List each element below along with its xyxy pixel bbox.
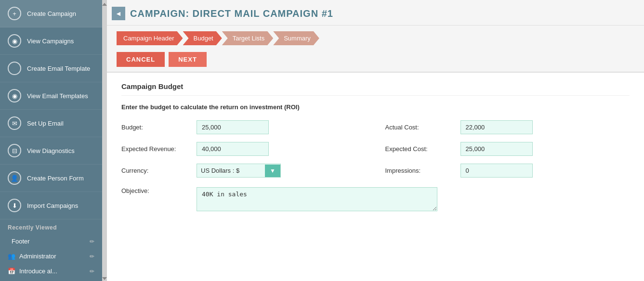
next-button[interactable]: NEXT [169,52,207,67]
recent-item-label-footer: Footer [12,238,30,245]
view-diagnostics-label: View Diagnostics [27,147,75,154]
step-budget-label[interactable]: Budget [183,31,222,45]
view-email-templates-icon: ◉ [8,89,21,102]
sidebar-item-view-email-templates[interactable]: ◉ View Email Templates [0,82,102,110]
main-header: ◄ CAMPAIGN: DIRECT MAIL CAMPAIGN #1 [107,0,644,26]
recent-item-left: 📅 Introduce al... [8,268,57,275]
sidebar-item-create-email-template[interactable]: Create Email Template [0,55,102,82]
page-title: CAMPAIGN: DIRECT MAIL CAMPAIGN #1 [130,8,333,19]
sidebar: + Create Campaign ◉ View Campaigns Creat… [0,0,102,281]
currency-row: Currency: US Dollars : $ ▼ [121,164,366,178]
roi-description: Enter the budget to calculate the return… [121,103,630,111]
expected-revenue-input[interactable] [197,142,269,156]
create-person-form-label: Create Person Form [27,175,84,182]
recent-item-label-administrator: Administrator [19,253,56,260]
wizard-step-summary[interactable]: Summary [273,31,319,45]
recent-item-introduce-al[interactable]: 📅 Introduce al... ✏ [0,264,102,279]
set-up-email-label: Set Up Email [27,120,64,127]
recent-item-edit-introduce-al[interactable]: ✏ [90,268,94,275]
impressions-label: Impressions: [385,167,453,174]
recent-item-left: 👥 Administrator [8,253,56,260]
sidebar-item-view-campaigns[interactable]: ◉ View Campaigns [0,27,102,55]
wizard-step-campaign-header[interactable]: Campaign Header [117,31,183,45]
recent-item-label-introduce-al: Introduce al... [19,268,57,275]
import-campaigns-label: Import Campaigns [27,202,78,209]
impressions-input[interactable] [460,164,533,178]
create-campaign-label: Create Campaign [27,10,76,17]
create-email-template-icon [8,62,21,75]
back-icon: ◄ [115,10,122,17]
section-title: Campaign Budget [121,82,630,96]
sidebar-item-view-diagnostics[interactable]: ⊟ View Diagnostics [0,137,102,165]
recently-viewed-label: Recently Viewed [0,219,102,234]
import-campaigns-icon: ⬇ [8,199,21,212]
sidebar-item-create-campaign[interactable]: + Create Campaign [0,0,102,27]
wizard-steps: Campaign Header Budget Target Lists Summ… [107,26,644,48]
objective-textarea[interactable]: 40K in sales [197,187,437,211]
recent-item-icon-introduce-al: 📅 [8,268,15,275]
sidebar-item-create-person-form[interactable]: 👤 Create Person Form [0,165,102,192]
currency-label: Currency: [121,167,189,174]
actual-cost-label: Actual Cost: [385,124,453,131]
objective-row: Objective: 40K in sales [121,187,630,211]
action-bar: CANCEL NEXT [107,48,644,72]
currency-select[interactable]: US Dollars : $ [197,164,265,177]
recent-item-edit-footer[interactable]: ✏ [90,238,94,245]
set-up-email-icon: ✉ [8,116,21,130]
expected-cost-input[interactable] [460,142,533,156]
back-button[interactable]: ◄ [112,7,125,20]
view-campaigns-icon: ◉ [8,34,21,48]
scroll-up-arrow[interactable] [102,3,107,6]
wizard-step-target-lists[interactable]: Target Lists [222,31,273,45]
scroll-down-arrow[interactable] [102,277,107,280]
recent-item-icon-administrator: 👥 [8,253,15,260]
create-campaign-icon: + [8,7,21,20]
step-target-lists-label[interactable]: Target Lists [222,31,273,45]
actual-cost-row: Actual Cost: [385,120,630,134]
actual-cost-input[interactable] [460,120,533,134]
step-summary-label[interactable]: Summary [273,31,319,45]
form-grid: Budget: Actual Cost: Expected Revenue: E… [121,120,630,178]
expected-cost-label: Expected Cost: [385,145,453,153]
create-email-template-label: Create Email Template [27,65,90,72]
view-campaigns-label: View Campaigns [27,38,74,45]
currency-dropdown-button[interactable]: ▼ [265,165,280,177]
currency-select-wrap[interactable]: US Dollars : $ ▼ [197,164,281,178]
wizard-step-budget[interactable]: Budget [183,31,222,45]
recent-item-footer[interactable]: Footer ✏ [0,234,102,249]
expected-cost-row: Expected Cost: [385,142,630,156]
scrollbar[interactable] [102,0,107,281]
impressions-row: Impressions: [385,164,630,178]
view-email-templates-label: View Email Templates [27,92,88,100]
expected-revenue-label: Expected Revenue: [121,145,189,153]
recent-item-administrator[interactable]: 👥 Administrator ✏ [0,249,102,264]
form-area: Campaign Budget Enter the budget to calc… [107,72,644,281]
recent-item-left: Footer [8,238,30,245]
budget-row: Budget: [121,120,366,134]
budget-label: Budget: [121,124,189,131]
main-content: ◄ CAMPAIGN: DIRECT MAIL CAMPAIGN #1 Camp… [107,0,644,281]
sidebar-item-import-campaigns[interactable]: ⬇ Import Campaigns [0,192,102,219]
cancel-button[interactable]: CANCEL [117,52,165,67]
budget-input[interactable] [197,120,269,134]
recent-item-edit-administrator[interactable]: ✏ [90,253,94,260]
step-campaign-header-label[interactable]: Campaign Header [117,31,183,45]
create-person-form-icon: 👤 [8,171,21,185]
view-diagnostics-icon: ⊟ [8,144,21,157]
objective-label: Objective: [121,187,189,194]
sidebar-item-set-up-email[interactable]: ✉ Set Up Email [0,110,102,137]
expected-revenue-row: Expected Revenue: [121,142,366,156]
